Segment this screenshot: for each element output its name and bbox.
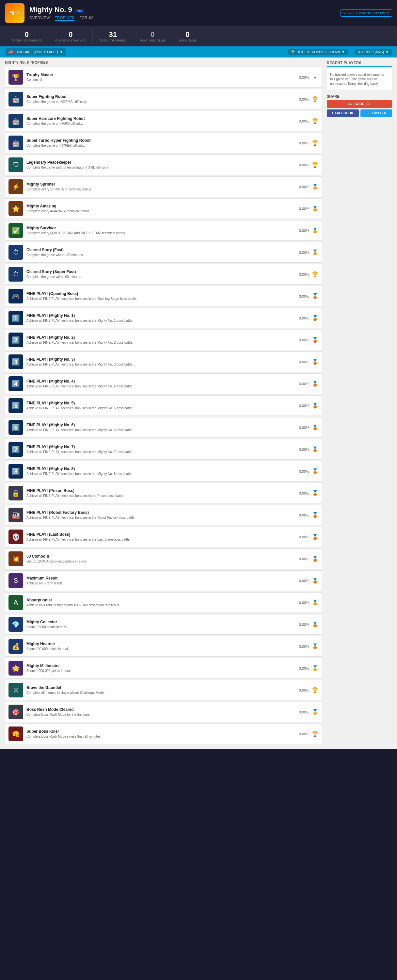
trophy-item[interactable]: 🎮 FINE PLAY! (Opening Boss) Achieve all … bbox=[5, 286, 322, 306]
nav-overview[interactable]: OVERVIEW bbox=[29, 16, 50, 21]
trophy-stats: 0.00% 🏅 bbox=[296, 205, 318, 212]
trophy-stats: 0.00% 🏆 bbox=[296, 96, 318, 103]
trophy-percent: 0.00% bbox=[296, 97, 309, 101]
trophy-icon-img: ⏱ bbox=[8, 245, 23, 260]
trophy-item[interactable]: 3️⃣ FINE PLAY! (Mighty No. 3) Achieve al… bbox=[5, 352, 322, 372]
google-share-button[interactable]: G+ GOOGLE+ bbox=[327, 100, 392, 108]
trophy-grade-icon: 🏆 bbox=[312, 140, 318, 146]
trophy-desc: Complete the game without restarting on … bbox=[27, 165, 296, 170]
trophy-item[interactable]: 🏆 Trophy Master Get 'em all. 0.00% ♦ bbox=[5, 67, 322, 88]
trophy-stats: 0.00% 🏅 bbox=[296, 249, 318, 256]
trophy-percent: 0.00% bbox=[296, 75, 309, 80]
trophy-item[interactable]: ⏱ Cleared Story (Fast) Complete the game… bbox=[5, 242, 322, 262]
trophy-percent: 0.00% bbox=[296, 491, 309, 495]
trophy-percent: 0.00% bbox=[296, 251, 309, 255]
trophy-text: Trophy Master Get 'em all. bbox=[27, 73, 296, 82]
twitter-share-button[interactable]: 🐦 TWITTER bbox=[360, 110, 392, 117]
trophy-item[interactable]: 🔒 FINE PLAY! (Prison Boss) Achieve all F… bbox=[5, 483, 322, 503]
language-chevron: ▼ bbox=[60, 50, 63, 54]
trophy-text: Brave the Gauntlet Complete all themes i… bbox=[27, 685, 296, 695]
hidden-label: HIDDEN TROPHIES (SHOW) bbox=[297, 50, 340, 54]
trophy-icon-img: 🛡 bbox=[8, 158, 23, 172]
trophy-text: FINE PLAY! (Mighty No. 8) Achieve all FI… bbox=[27, 466, 296, 476]
trophy-item[interactable]: ⏱ Cleared Story (Super Fast) Complete th… bbox=[5, 264, 322, 285]
trophy-icon-img: 1️⃣ bbox=[8, 311, 23, 325]
trophy-item[interactable]: 🏭 FINE PLAY! (Robot Factory Boss) Achiev… bbox=[5, 505, 322, 525]
trophy-item[interactable]: 👊 Super Boss Killer Complete Boss Rush M… bbox=[5, 724, 322, 744]
trophy-percent: 0.00% bbox=[296, 688, 309, 692]
100-club-label: 100% CLUB bbox=[179, 39, 196, 42]
trophy-desc: Score 1,000,000 points in total. bbox=[27, 669, 296, 673]
trophy-name: Boss Rush Mode Cleared bbox=[27, 707, 296, 712]
trophy-item[interactable]: 2️⃣ FINE PLAY! (Mighty No. 2) Achieve al… bbox=[5, 329, 322, 350]
trophy-item[interactable]: 🎯 Boss Rush Mode Cleared Complete Boss R… bbox=[5, 702, 322, 722]
trophy-percent: 0.00% bbox=[296, 382, 309, 386]
trophy-item[interactable]: ⚡ Mighty Sprinter Complete every SPRINTE… bbox=[5, 177, 322, 197]
trophy-text: FINE PLAY! (Last Boss) Achieve all FINE … bbox=[27, 532, 296, 542]
site-header: MIGHTYNo.9 Mighty No. 9 PS4 OVERVIEW TRO… bbox=[0, 0, 397, 26]
order-label: ORDER (XMS) bbox=[362, 50, 384, 54]
trophy-item[interactable]: 🤖 Super Turbo Hyper Fighting Robot Compl… bbox=[5, 133, 322, 153]
trophy-item[interactable]: 🌟 Mighty Millionaire Score 1,000,000 poi… bbox=[5, 658, 322, 678]
trophy-grade-icon: 🏅 bbox=[312, 600, 318, 606]
trophy-name: Mighty Millionaire bbox=[27, 663, 296, 668]
trophy-list-panel: MIGHTY NO. 9 TROPHIES 🏆 Trophy Master Ge… bbox=[5, 61, 322, 745]
language-button[interactable]: 🇺🇸 LANGUAGE (PSN DEFAULT) ▼ bbox=[5, 48, 66, 56]
trophy-item[interactable]: S Maximum Result Achieve an S rank resul… bbox=[5, 570, 322, 591]
facebook-icon: f bbox=[332, 111, 333, 115]
trophy-desc: Get 50 100% Absorption combos in a row. bbox=[27, 559, 296, 563]
trophy-percent: 0.00% bbox=[296, 360, 309, 364]
hidden-trophies-button[interactable]: 🏆 HIDDEN TROPHIES (SHOW) ▼ bbox=[287, 49, 348, 55]
share-title: SHARE bbox=[327, 94, 392, 98]
trophy-item[interactable]: ⚔ Brave the Gauntlet Complete all themes… bbox=[5, 680, 322, 700]
trophy-stats: 0.00% 🥉 bbox=[296, 643, 318, 650]
trophy-icon-img: 💥 bbox=[8, 551, 23, 566]
trophy-item[interactable]: 5️⃣ FINE PLAY! (Mighty No. 5) Achieve al… bbox=[5, 395, 322, 416]
trophy-item[interactable]: 💥 50 Combo!!!! Get 50 100% Absorption co… bbox=[5, 549, 322, 569]
trophy-name: Absorptionist bbox=[27, 598, 296, 602]
trophy-stats: 0.00% 🥉 bbox=[296, 315, 318, 321]
trophy-stats: 0.00% 🏆 bbox=[296, 687, 318, 694]
trophy-item[interactable]: 🤖 Super Hardcore Fighting Robot Complete… bbox=[5, 111, 322, 131]
trophy-grade-icon: 🏅 bbox=[312, 249, 318, 256]
facebook-share-button[interactable]: f FACEBOOK bbox=[327, 110, 359, 117]
trophy-text: Mighty Survivor Complete every QUICK CLE… bbox=[27, 226, 296, 235]
trophy-percent: 0.00% bbox=[296, 667, 309, 670]
trophy-item[interactable]: ⭐ Mighty Amazing Complete every AMAZING!… bbox=[5, 198, 322, 219]
trophy-desc: Achieve all FINE PLAY! technical bonuses… bbox=[27, 450, 296, 454]
trophy-grade-icon: 🏅 bbox=[312, 709, 318, 715]
trophy-icon-img: 2️⃣ bbox=[8, 332, 23, 347]
trophy-text: FINE PLAY! (Mighty No. 5) Achieve all FI… bbox=[27, 401, 296, 410]
trophy-item[interactable]: 💰 Mighty Hoarder Score 100,000 points in… bbox=[5, 636, 322, 657]
trophy-item[interactable]: 7️⃣ FINE PLAY! (Mighty No. 7) Achieve al… bbox=[5, 439, 322, 460]
trophy-item[interactable]: 1️⃣ FINE PLAY! (Mighty No. 1) Achieve al… bbox=[5, 308, 322, 328]
trophy-item[interactable]: 4️⃣ FINE PLAY! (Mighty No. 4) Achieve al… bbox=[5, 373, 322, 394]
trophy-item[interactable]: 🤖 Super Fighting Robot Complete the game… bbox=[5, 89, 322, 110]
trophy-text: Mighty Collector Score 10,000 points in … bbox=[27, 620, 296, 629]
share-row-2: f FACEBOOK 🐦 TWITTER bbox=[327, 110, 392, 117]
trophy-item[interactable]: ✅ Mighty Survivor Complete every QUICK C… bbox=[5, 220, 322, 241]
trophy-grade-icon: 🏅 bbox=[312, 228, 318, 234]
trophy-item[interactable]: 💎 Mighty Collector Score 10,000 points i… bbox=[5, 614, 322, 635]
recent-players-title: RECENT PLAYERS bbox=[327, 61, 392, 67]
view-all-button[interactable]: VIEW ALL PS4 TROPHY LISTS bbox=[340, 10, 392, 17]
trophy-item[interactable]: 💀 FINE PLAY! (Last Boss) Achieve all FIN… bbox=[5, 527, 322, 547]
trophies-earned-value: 0 bbox=[11, 30, 42, 39]
trophy-item[interactable]: 6️⃣ FINE PLAY! (Mighty No. 6) Achieve al… bbox=[5, 417, 322, 438]
twitter-icon: 🐦 bbox=[366, 111, 370, 115]
trophy-item[interactable]: 8️⃣ FINE PLAY! (Mighty No. 8) Achieve al… bbox=[5, 461, 322, 482]
trophy-stats: 0.00% 🏆 bbox=[296, 140, 318, 146]
trophy-item[interactable]: A Absorptionist Achieve an A rank or hig… bbox=[5, 592, 322, 613]
trophy-text: Super Boss Killer Complete Boss Rush Mod… bbox=[27, 729, 296, 738]
stat-trophies-earned: 0 TROPHIES EARNED bbox=[5, 29, 49, 44]
twitter-label: TWITTER bbox=[372, 111, 386, 115]
nav-trophies[interactable]: TROPHIES bbox=[55, 16, 75, 21]
trophy-item[interactable]: 🛡 Legendary Peacekeeper Complete the gam… bbox=[5, 154, 322, 175]
trophy-grade-icon: 🏅 bbox=[312, 205, 318, 212]
trophy-grade-icon: 🏆 bbox=[312, 162, 318, 168]
google-label: GOOGLE+ bbox=[354, 102, 370, 106]
order-button[interactable]: ⊞ ORDER (XMS) ▼ bbox=[354, 49, 392, 55]
trophy-grade-icon: ♦ bbox=[312, 74, 318, 81]
flag-icon: 🇺🇸 bbox=[8, 50, 13, 54]
nav-forum[interactable]: FORUM bbox=[79, 16, 94, 21]
